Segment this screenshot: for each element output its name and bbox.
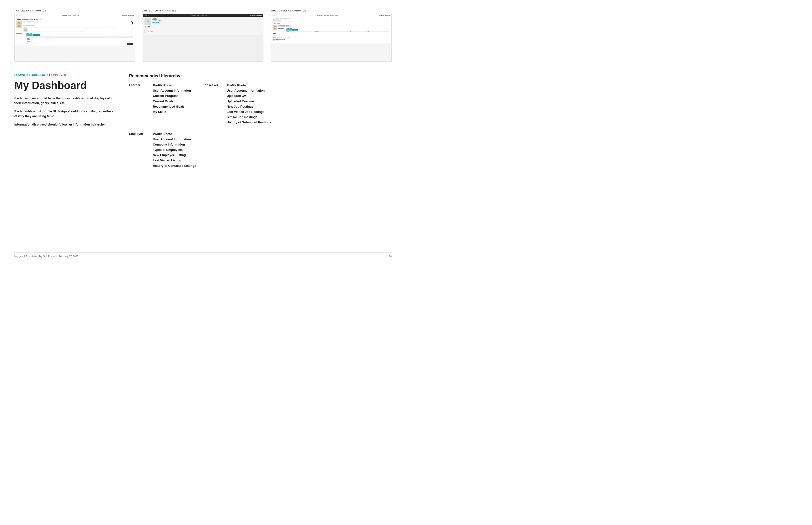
jobseeker-item-1: Profile Photo bbox=[227, 83, 271, 88]
rankings-title: Your top 5 highest rankings: bbox=[24, 25, 133, 26]
tab-job[interactable]: Job Profile bbox=[283, 37, 286, 38]
job-add-goal-button[interactable]: Add New Goal ＋ bbox=[286, 29, 292, 31]
jobseeker-name: qwer qwer bbox=[273, 22, 390, 24]
footer: Mangen & Associates | My Skill Portfolio… bbox=[14, 253, 392, 258]
tab-experience[interactable]: Experience Profile bbox=[277, 37, 282, 38]
footer-left: Mangen & Associates | My Skill Portfolio… bbox=[14, 255, 78, 258]
jobseeker-actions-goals: Action Steps Current Goals Add New Goal … bbox=[278, 28, 390, 32]
hello-button[interactable]: Hello, Tiffany ▾ bbox=[128, 15, 134, 16]
rank-label-2: Operations bbox=[28, 28, 33, 28]
employer-item-7: History of Contacted Listings bbox=[153, 164, 196, 168]
bottom-section: LEARNER | JOBSEEKER | EMPLOYER My Dashbo… bbox=[14, 74, 392, 168]
professional-progress-sub: This position requires you to have the f… bbox=[278, 26, 293, 27]
employer-postings: Job Postings ▶ Job Profiles ▶ bbox=[145, 26, 150, 28]
svg-rect-5 bbox=[148, 21, 148, 21]
jobseeker-hierarchy-label: Jobseeker bbox=[203, 83, 222, 123]
progress-title: Your Professional Progress: bbox=[24, 21, 133, 22]
jobseeker-text: Your current dashboard. You can see all … bbox=[273, 18, 390, 20]
jobseeker-screenshot-frame: My SKILL PORTFOLIO DASHBOARD JOB LISTING… bbox=[271, 14, 392, 62]
job-export-button[interactable]: Export / Download ↓ bbox=[292, 29, 298, 31]
employer-hierarchy-items: Profile Photo User Account Information C… bbox=[153, 132, 196, 168]
emp-hello-button[interactable]: Hello, Tiffany ▾ bbox=[256, 15, 262, 16]
job-notifications-button[interactable]: NOTIFICATIONS bbox=[378, 15, 384, 16]
employer-info-col: ZKOV Job Openings: 4 Job Portfolio: 1 Co… bbox=[153, 18, 261, 25]
rank-row-3: Marketing Reporting bbox=[24, 29, 133, 29]
jobseeker-profile-label: THE JOBSEEKER PROFILE bbox=[271, 10, 392, 12]
jobseeker-body: Your current dashboard. You can see all … bbox=[271, 17, 391, 43]
jobseeker-right: Your Professional Progress: This positio… bbox=[278, 25, 390, 32]
rank-badge-3: Marketing bbox=[24, 29, 28, 29]
action-steps-title: Action Steps bbox=[16, 33, 25, 34]
svg-rect-7 bbox=[148, 22, 148, 22]
job-current-goals-title: Current Goals bbox=[286, 28, 390, 29]
employer-content-row: ZKOV Job Openings: 4 Job Portfolio: 1 Co… bbox=[145, 18, 261, 25]
learner-item-1: Profile Photo bbox=[153, 83, 191, 88]
desc-text-3: Information displayed should follow an i… bbox=[14, 122, 115, 127]
learner-hierarchy: Learner Profile Photo User Account Infor… bbox=[129, 83, 191, 125]
jobseeker-hierarchy-items: Profile Photo User Account Information U… bbox=[227, 83, 271, 125]
jobseeker-btn-1[interactable]: Edit Profile ▾ bbox=[273, 20, 278, 21]
current-goals-col: Current Goals Add New Goal ＋ Export / Do… bbox=[27, 33, 133, 45]
svg-rect-6 bbox=[147, 22, 148, 22]
job-skill-btn[interactable]: Add to Skills bbox=[273, 39, 277, 40]
learner-mock: My SKILL PORTFOLIO DASHBOARD ENCORE INFI… bbox=[15, 14, 135, 46]
notifications-button[interactable]: NOTIFICATIONS bbox=[121, 15, 127, 16]
jobseeker-nav-links: DASHBOARD JOB LISTINGS SERVICES JOBS ▾ bbox=[317, 15, 338, 16]
learner-hierarchy-items: Profile Photo User Account Information C… bbox=[153, 83, 191, 114]
rank-label-1: Treasury bbox=[28, 27, 33, 27]
tab-skills[interactable]: Skill Profile bbox=[273, 37, 276, 38]
employer-detail-4: Location: 118 River St., MSP bbox=[145, 31, 261, 32]
right-content: Recommended hierarchy: Learner Profile P… bbox=[129, 74, 392, 168]
rank-badge-5: Academic bbox=[24, 31, 28, 31]
personal-template: ⊕ Personal Template bbox=[273, 41, 390, 41]
export-download-button[interactable]: Export / Download ↓ bbox=[33, 34, 40, 36]
employer-item-1: Profile Photo bbox=[153, 132, 196, 136]
rank-bar-1 bbox=[33, 27, 132, 27]
employer-nav: My SKILL PORTFOLIO DASHBOARD MANAGE SETT… bbox=[143, 14, 263, 17]
employer-profile-block: THE EMPLOYER PROFILE My SKILL PORTFOLIO … bbox=[143, 10, 264, 62]
svg-point-8 bbox=[274, 26, 276, 27]
left-content: LEARNER | JOBSEEKER | EMPLOYER My Dashbo… bbox=[14, 74, 115, 168]
rank-badge-1: Professional bbox=[24, 27, 28, 27]
separator-2: | bbox=[49, 74, 50, 76]
job-hello-button[interactable]: Hello, Beth ▾ bbox=[385, 15, 390, 16]
svg-rect-3 bbox=[147, 20, 149, 22]
jobseeker-btn-2[interactable]: More ▾ bbox=[278, 20, 281, 21]
jobseeker-profile-block: THE JOBSEEKER PROFILE My SKILL PORTFOLIO bbox=[271, 10, 392, 62]
rank-bar-2 bbox=[33, 28, 132, 28]
job-resume-btn[interactable]: Add to Resume/Template bbox=[277, 39, 285, 40]
desc-text-2: Each dashboard & profile UI design shoul… bbox=[14, 109, 115, 118]
footer-page: 14 bbox=[389, 255, 392, 258]
learner-item-2: User Account Information bbox=[153, 89, 191, 93]
add-new-goal-button[interactable]: Add New Goal ＋ bbox=[27, 34, 33, 36]
employer-item-5: New Employee Listing bbox=[153, 153, 196, 157]
all-skills-title: All My Skills bbox=[273, 33, 390, 34]
employer-website: Website: zkov.com bbox=[145, 32, 261, 33]
learner-content-row: Your Professional Progress: You're 90% o… bbox=[16, 21, 133, 32]
bottom-action-buttons: Add to Skills Add to Resume/Template bbox=[273, 39, 390, 40]
emp-notifications-button[interactable]: NOTIFICATIONS bbox=[250, 15, 256, 16]
employer-profile-label: THE EMPLOYER PROFILE bbox=[143, 10, 264, 12]
learner-jobseeker-row: Learner Profile Photo User Account Infor… bbox=[129, 83, 392, 125]
tab-resume[interactable]: Resume bbox=[287, 37, 290, 38]
employer-item-2: User Account Information bbox=[153, 137, 196, 141]
jobseeker-logo: My SKILL PORTFOLIO bbox=[272, 15, 277, 16]
employer-nav-right: NOTIFICATIONS Hello, Tiffany ▾ bbox=[250, 15, 262, 16]
skills-filter-select[interactable]: Filter bbox=[273, 35, 280, 36]
employer-hierarchy: Employer Profile Photo User Account Info… bbox=[129, 132, 392, 168]
main-title: My Dashboard bbox=[14, 80, 115, 91]
progress-subtitle: You're 90% of the way to the level requi… bbox=[24, 22, 133, 22]
desc-text-1: Each new user should have their own dash… bbox=[14, 96, 115, 105]
rank-score-2: 75 bbox=[132, 28, 133, 28]
jobseeker-label: JOBSEEKER bbox=[31, 74, 48, 76]
pie-chart-area bbox=[129, 21, 133, 26]
profile-tabs: Skill Profile Experience Profile Job Pro… bbox=[273, 37, 390, 38]
employer-item-6: Last Visited Listing bbox=[153, 158, 196, 163]
action-steps-col: Action Steps bbox=[16, 33, 25, 45]
jobseeker-item-4: Uploaded Resume bbox=[227, 99, 271, 104]
mark-complete-button[interactable]: Mark Complete bbox=[127, 43, 133, 45]
rank-badge-4: Marketing bbox=[24, 30, 28, 30]
contact-button[interactable]: Contact ZKOV bbox=[153, 22, 159, 23]
jobseeker-item-6: Last Visited Job Postings bbox=[227, 110, 271, 114]
goals-btn-group: Add New Goal ＋ Export / Download ↓ bbox=[27, 34, 133, 36]
